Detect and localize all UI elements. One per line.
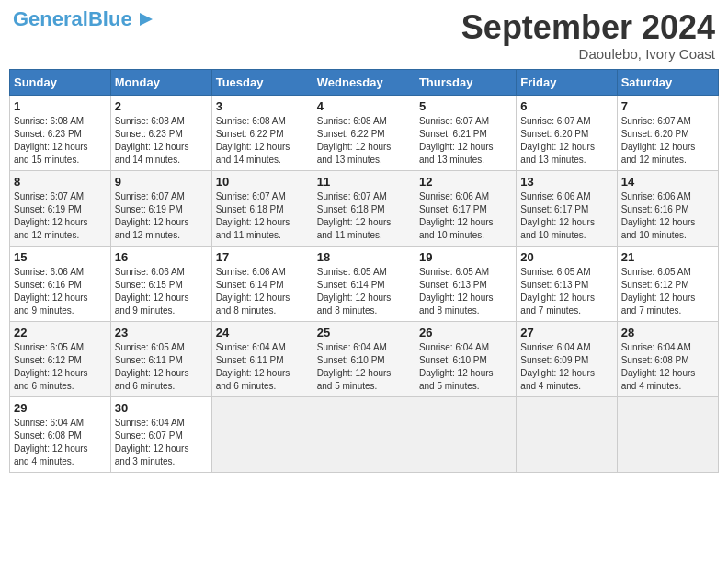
day-detail: Sunrise: 6:07 AM Sunset: 6:18 PM Dayligh… (317, 190, 411, 242)
day-number: 30 (115, 401, 208, 415)
day-detail: Sunrise: 6:06 AM Sunset: 6:14 PM Dayligh… (216, 266, 309, 317)
day-detail: Sunrise: 6:08 AM Sunset: 6:22 PM Dayligh… (216, 115, 309, 167)
day-detail: Sunrise: 6:06 AM Sunset: 6:15 PM Dayligh… (115, 266, 208, 317)
day-number: 14 (621, 175, 714, 189)
day-detail: Sunrise: 6:07 AM Sunset: 6:20 PM Dayligh… (520, 115, 612, 167)
day-detail: Sunrise: 6:04 AM Sunset: 6:11 PM Dayligh… (216, 341, 309, 393)
table-row: 9 Sunrise: 6:07 AM Sunset: 6:19 PM Dayli… (110, 170, 211, 246)
day-detail: Sunrise: 6:06 AM Sunset: 6:17 PM Dayligh… (419, 190, 512, 242)
day-detail: Sunrise: 6:07 AM Sunset: 6:18 PM Dayligh… (216, 190, 309, 242)
table-row (313, 396, 415, 472)
calendar-table: Sunday Monday Tuesday Wednesday Thursday… (9, 69, 719, 473)
day-number: 16 (115, 250, 208, 264)
day-number: 4 (317, 99, 411, 113)
table-row: 28 Sunrise: 6:04 AM Sunset: 6:08 PM Dayl… (617, 321, 718, 396)
table-row: 21 Sunrise: 6:05 AM Sunset: 6:12 PM Dayl… (617, 246, 718, 321)
table-row: 20 Sunrise: 6:05 AM Sunset: 6:13 PM Dayl… (517, 246, 617, 321)
day-number: 15 (14, 250, 107, 264)
logo-text: GeneralBlue (13, 9, 132, 29)
day-number: 2 (115, 99, 208, 113)
day-number: 25 (317, 326, 411, 339)
day-detail: Sunrise: 6:07 AM Sunset: 6:19 PM Dayligh… (14, 190, 107, 242)
day-detail: Sunrise: 6:04 AM Sunset: 6:10 PM Dayligh… (419, 341, 512, 393)
table-row: 15 Sunrise: 6:06 AM Sunset: 6:16 PM Dayl… (10, 246, 111, 321)
col-wednesday: Wednesday (313, 69, 415, 95)
table-row (415, 396, 516, 472)
day-number: 28 (621, 326, 714, 339)
table-row (211, 396, 313, 472)
month-title: September 2024 (461, 9, 715, 46)
table-row: 25 Sunrise: 6:04 AM Sunset: 6:10 PM Dayl… (313, 321, 415, 396)
day-number: 9 (115, 175, 208, 189)
day-detail: Sunrise: 6:07 AM Sunset: 6:19 PM Dayligh… (115, 190, 208, 242)
title-block: September 2024 Daoulebo, Ivory Coast (461, 9, 715, 62)
col-tuesday: Tuesday (211, 69, 313, 95)
table-row: 12 Sunrise: 6:06 AM Sunset: 6:17 PM Dayl… (415, 170, 516, 246)
table-row (517, 396, 617, 472)
day-number: 29 (14, 401, 107, 415)
day-detail: Sunrise: 6:07 AM Sunset: 6:20 PM Dayligh… (621, 115, 714, 167)
day-number: 6 (520, 99, 612, 113)
table-row: 13 Sunrise: 6:06 AM Sunset: 6:17 PM Dayl… (517, 170, 617, 246)
col-friday: Friday (517, 69, 617, 95)
table-row: 26 Sunrise: 6:04 AM Sunset: 6:10 PM Dayl… (415, 321, 516, 396)
table-row: 7 Sunrise: 6:07 AM Sunset: 6:20 PM Dayli… (617, 95, 718, 170)
day-detail: Sunrise: 6:05 AM Sunset: 6:13 PM Dayligh… (520, 266, 612, 317)
svg-marker-0 (140, 13, 153, 26)
day-detail: Sunrise: 6:04 AM Sunset: 6:10 PM Dayligh… (317, 341, 411, 393)
day-number: 11 (317, 175, 411, 189)
day-number: 3 (216, 99, 309, 113)
col-sunday: Sunday (10, 69, 111, 95)
table-row: 17 Sunrise: 6:06 AM Sunset: 6:14 PM Dayl… (211, 246, 313, 321)
day-detail: Sunrise: 6:08 AM Sunset: 6:23 PM Dayligh… (14, 115, 107, 167)
col-thursday: Thursday (415, 69, 516, 95)
day-detail: Sunrise: 6:04 AM Sunset: 6:08 PM Dayligh… (621, 341, 714, 393)
table-row: 8 Sunrise: 6:07 AM Sunset: 6:19 PM Dayli… (10, 170, 111, 246)
table-row: 6 Sunrise: 6:07 AM Sunset: 6:20 PM Dayli… (517, 95, 617, 170)
table-row: 10 Sunrise: 6:07 AM Sunset: 6:18 PM Dayl… (211, 170, 313, 246)
location: Daoulebo, Ivory Coast (461, 46, 715, 62)
day-number: 27 (520, 326, 612, 339)
col-saturday: Saturday (617, 69, 718, 95)
day-number: 8 (14, 175, 107, 189)
logo-blue: Blue (88, 7, 132, 30)
day-number: 26 (419, 326, 512, 339)
day-number: 19 (419, 250, 512, 264)
day-detail: Sunrise: 6:08 AM Sunset: 6:22 PM Dayligh… (317, 115, 411, 167)
day-detail: Sunrise: 6:05 AM Sunset: 6:12 PM Dayligh… (14, 341, 107, 393)
table-row: 19 Sunrise: 6:05 AM Sunset: 6:13 PM Dayl… (415, 246, 516, 321)
day-detail: Sunrise: 6:05 AM Sunset: 6:14 PM Dayligh… (317, 266, 411, 317)
page-header: GeneralBlue September 2024 Daoulebo, Ivo… (9, 9, 719, 62)
day-detail: Sunrise: 6:04 AM Sunset: 6:08 PM Dayligh… (14, 417, 107, 468)
table-row: 5 Sunrise: 6:07 AM Sunset: 6:21 PM Dayli… (415, 95, 516, 170)
day-detail: Sunrise: 6:08 AM Sunset: 6:23 PM Dayligh… (115, 115, 208, 167)
day-detail: Sunrise: 6:06 AM Sunset: 6:16 PM Dayligh… (621, 190, 714, 242)
day-detail: Sunrise: 6:05 AM Sunset: 6:12 PM Dayligh… (621, 266, 714, 317)
day-number: 23 (115, 326, 208, 339)
table-row: 14 Sunrise: 6:06 AM Sunset: 6:16 PM Dayl… (617, 170, 718, 246)
table-row: 30 Sunrise: 6:04 AM Sunset: 6:07 PM Dayl… (110, 396, 211, 472)
day-number: 22 (14, 326, 107, 339)
day-detail: Sunrise: 6:04 AM Sunset: 6:07 PM Dayligh… (115, 417, 208, 468)
day-detail: Sunrise: 6:06 AM Sunset: 6:17 PM Dayligh… (520, 190, 612, 242)
logo-general: General (13, 7, 88, 30)
day-detail: Sunrise: 6:06 AM Sunset: 6:16 PM Dayligh… (14, 266, 107, 317)
day-detail: Sunrise: 6:07 AM Sunset: 6:21 PM Dayligh… (419, 115, 512, 167)
day-number: 20 (520, 250, 612, 264)
table-row: 24 Sunrise: 6:04 AM Sunset: 6:11 PM Dayl… (211, 321, 313, 396)
table-row: 29 Sunrise: 6:04 AM Sunset: 6:08 PM Dayl… (10, 396, 111, 472)
day-number: 18 (317, 250, 411, 264)
table-row: 2 Sunrise: 6:08 AM Sunset: 6:23 PM Dayli… (110, 95, 211, 170)
table-row: 18 Sunrise: 6:05 AM Sunset: 6:14 PM Dayl… (313, 246, 415, 321)
col-monday: Monday (110, 69, 211, 95)
day-number: 21 (621, 250, 714, 264)
table-row: 4 Sunrise: 6:08 AM Sunset: 6:22 PM Dayli… (313, 95, 415, 170)
logo: GeneralBlue (13, 9, 154, 29)
day-detail: Sunrise: 6:04 AM Sunset: 6:09 PM Dayligh… (520, 341, 612, 393)
day-number: 24 (216, 326, 309, 339)
day-detail: Sunrise: 6:05 AM Sunset: 6:13 PM Dayligh… (419, 266, 512, 317)
day-detail: Sunrise: 6:05 AM Sunset: 6:11 PM Dayligh… (115, 341, 208, 393)
day-number: 1 (14, 99, 107, 113)
table-row: 22 Sunrise: 6:05 AM Sunset: 6:12 PM Dayl… (10, 321, 111, 396)
day-number: 10 (216, 175, 309, 189)
